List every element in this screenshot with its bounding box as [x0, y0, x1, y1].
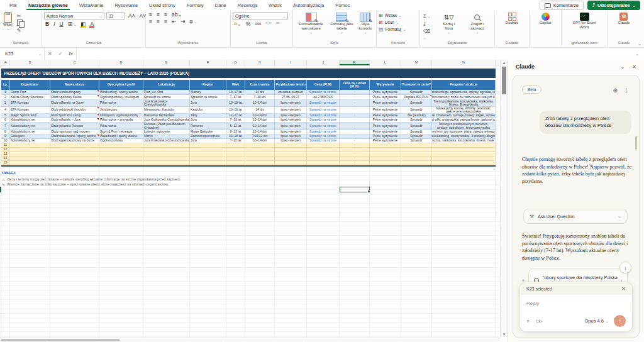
- cell[interactable]: 7: [1, 123, 10, 130]
- conditional-formatting-button[interactable]: Formatowanie warunkowe ⌄: [295, 12, 327, 35]
- header-cell[interactable]: Wyżywienie: [370, 80, 401, 90]
- cell[interactable]: Piłka nożna: [99, 123, 143, 130]
- claude-ribbon-button[interactable]: ✻ Claude: [616, 12, 631, 26]
- comments-button[interactable]: Komentarze: [540, 1, 584, 10]
- tool-call-card[interactable]: ⚒ Ask User Question ⌄: [523, 209, 628, 224]
- cell[interactable]: [226, 161, 245, 165]
- cell[interactable]: Tatry: [190, 114, 226, 118]
- clear-button[interactable]: ⌫ ⌄: [422, 28, 435, 40]
- cell[interactable]: [10, 152, 50, 157]
- align-left-button[interactable]: ≡: [148, 19, 153, 25]
- collapse-ribbon-button[interactable]: ⌄: [638, 41, 641, 47]
- cell[interactable]: Sprawdź: [401, 123, 432, 130]
- header-cell[interactable]: Lp.: [1, 80, 10, 90]
- cell[interactable]: lipiec–sierpień: [275, 100, 307, 107]
- cell[interactable]: 8–13 lat: [226, 130, 245, 135]
- cell[interactable]: [10, 143, 50, 148]
- cell[interactable]: lipiec–sierpień: [275, 139, 307, 143]
- column-header-C[interactable]: C: [50, 60, 99, 65]
- tab-uk-ad-strony[interactable]: Układ strony: [143, 0, 181, 11]
- enter-icon[interactable]: ✓: [55, 51, 66, 57]
- tab-plik[interactable]: Plik: [4, 0, 23, 11]
- cell[interactable]: -: [340, 152, 370, 157]
- cell[interactable]: Jeździectwo: [99, 107, 143, 114]
- cell[interactable]: Kolonieiobozy.net: [10, 118, 50, 123]
- cell[interactable]: czerwiec–sierpień: [275, 90, 307, 95]
- cell[interactable]: [401, 152, 432, 157]
- tab-wstawianie[interactable]: Wstawianie: [74, 0, 109, 11]
- format-painter-button[interactable]: ✎: [16, 28, 24, 33]
- cell[interactable]: 9: [1, 135, 10, 139]
- cell[interactable]: [432, 143, 496, 148]
- insert-cells-button[interactable]: ⊞ Wstaw⌄: [379, 13, 401, 18]
- cell[interactable]: 1: [1, 90, 10, 95]
- cell[interactable]: 10–14 dni: [245, 118, 275, 123]
- cell[interactable]: [190, 161, 226, 165]
- cell[interactable]: Camp Pisz: [10, 90, 50, 95]
- cell[interactable]: Pełne wyżywienie: [370, 95, 401, 100]
- font-color-button[interactable]: A: [89, 21, 95, 27]
- header-cell[interactable]: Nazwa obozu: [50, 80, 99, 90]
- column-header-M[interactable]: M: [401, 60, 432, 65]
- cell[interactable]: Runowo (Pałac pod Bocianim Gniazdem): [143, 123, 190, 130]
- cell[interactable]: Obóz ogólnosportowy na Jurze: [50, 139, 99, 143]
- cell-styles-button[interactable]: Style komórki ⌄: [357, 12, 374, 35]
- cell[interactable]: Sprawdź: [401, 139, 432, 143]
- cell[interactable]: [50, 152, 99, 157]
- cell[interactable]: 12: [1, 148, 10, 152]
- cell[interactable]: [275, 152, 307, 157]
- column-header-D[interactable]: D: [99, 60, 143, 65]
- cell[interactable]: Wakeboarding, sporty wodne, 3 warianty d…: [432, 135, 496, 139]
- cell[interactable]: [50, 161, 99, 165]
- cell[interactable]: 6–12 lat: [226, 123, 245, 130]
- cell[interactable]: Pełne wyżywienie: [370, 118, 401, 123]
- cell[interactable]: 7/10/12 dni: [245, 135, 275, 139]
- cell[interactable]: Piłka nożna + przygoda: [99, 118, 143, 123]
- cell[interactable]: 7–13 lat: [226, 118, 245, 123]
- cell[interactable]: -: [340, 139, 370, 143]
- cell[interactable]: Pełne wyżywienie: [370, 130, 401, 135]
- cell[interactable]: Sprawdź na stronie: [307, 130, 340, 135]
- cell[interactable]: [370, 143, 401, 148]
- cell[interactable]: [307, 152, 340, 157]
- cell[interactable]: [245, 152, 275, 157]
- cell[interactable]: 7–17 lat: [226, 95, 245, 100]
- cell[interactable]: [370, 148, 401, 152]
- close-panel-icon[interactable]: ✕: [632, 64, 636, 70]
- tab-dane[interactable]: Dane: [209, 0, 232, 11]
- cell[interactable]: Dopłata 800 PLN: [401, 95, 432, 100]
- name-box[interactable]: K23 ⌄: [0, 48, 45, 60]
- align-top-button[interactable]: ≡: [148, 12, 153, 18]
- cell[interactable]: [307, 148, 340, 152]
- cell[interactable]: 11: [1, 143, 10, 148]
- cell[interactable]: Multisport / ogólnosportowy: [99, 114, 143, 118]
- cell[interactable]: Obóz wakeboard / sporty wodne: [50, 135, 99, 139]
- cell[interactable]: [10, 157, 50, 161]
- cell[interactable]: 2: [1, 95, 10, 100]
- shrink-font-button[interactable]: A˅: [138, 13, 148, 19]
- attach-plus-icon[interactable]: +: [526, 318, 530, 324]
- cell[interactable]: [190, 148, 226, 152]
- cell[interactable]: Sprawdź: [401, 100, 432, 107]
- cell[interactable]: 3: [1, 100, 10, 107]
- cell[interactable]: Obóz windsurfingowy: [50, 90, 99, 95]
- increase-decimal-button[interactable]: ⁺·⁰: [264, 22, 272, 26]
- cell[interactable]: [143, 148, 190, 152]
- cell[interactable]: [226, 152, 245, 157]
- cell[interactable]: Obóz sportowy Kalina: [50, 95, 99, 100]
- cell[interactable]: Sprawdź na stronie: [307, 139, 340, 143]
- cell[interactable]: 10–14 dni: [245, 100, 275, 107]
- cell[interactable]: 5: [1, 114, 10, 118]
- cell[interactable]: Kolonieiobozy.net: [10, 139, 50, 143]
- cell[interactable]: [245, 143, 275, 148]
- tab-automatyzacja[interactable]: Automatyzacja: [287, 0, 330, 11]
- cell[interactable]: Piłka nożna, siatkówka, koszykówka, fitn…: [432, 139, 496, 143]
- cell[interactable]: Tak (autokar): [401, 114, 432, 118]
- column-header-F[interactable]: F: [190, 60, 226, 65]
- tab-widok[interactable]: Widok: [263, 0, 287, 11]
- addins-button[interactable]: Dodatki: [504, 12, 519, 26]
- column-header-G[interactable]: G: [226, 60, 245, 65]
- cell[interactable]: [143, 143, 190, 148]
- reply-input-area[interactable]: Reply + ▷▷ Opus 4.6 ⌄ ↑: [520, 295, 632, 331]
- cell[interactable]: -: [340, 135, 370, 139]
